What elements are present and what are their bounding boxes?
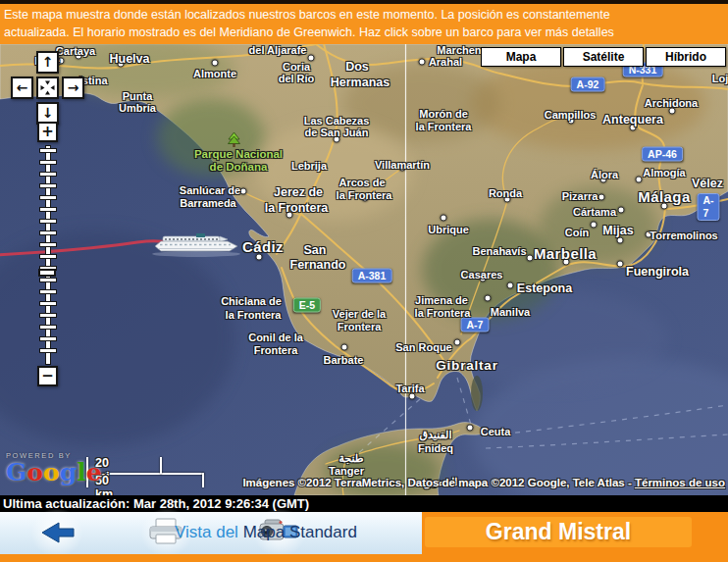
- ship-tracker-app: Este mapa muestra donde están localizado…: [0, 0, 728, 562]
- pan-center-button[interactable]: [36, 77, 59, 99]
- road-badge: A-381: [352, 269, 392, 283]
- map-type-buttons: MapaSatéliteHíbrido: [479, 47, 726, 67]
- city-dot: [527, 255, 534, 262]
- ship-name-panel: Grand Mistral: [422, 512, 728, 554]
- map-type-hbrido[interactable]: Híbrido: [646, 47, 726, 67]
- map-view-label[interactable]: Vista del Mapa Standard: [175, 523, 357, 542]
- city-dot: [591, 222, 598, 229]
- city-dot: [212, 60, 219, 67]
- map-label: Gibraltar: [436, 358, 497, 373]
- google-letter: o: [26, 458, 43, 486]
- map-label: Málaga: [638, 188, 690, 205]
- google-logo[interactable]: POWERED BY Google: [6, 451, 102, 485]
- map-label: Campillos: [545, 109, 597, 121]
- city-dot: [598, 194, 605, 201]
- view-label-dark: Mapa Standard: [238, 523, 357, 541]
- google-letter: g: [60, 458, 77, 486]
- map-label: la Frontera: [337, 189, 392, 201]
- map-type-satlite[interactable]: Satélite: [563, 47, 644, 67]
- ship-marker[interactable]: [150, 233, 242, 262]
- ship-name-badge: Grand Mistral: [425, 517, 692, 547]
- map-canvas[interactable]: CartayaHuelvaLeperistinaPuntaUmbríaAlmon…: [0, 44, 728, 495]
- zoom-tick: [39, 183, 57, 188]
- road-badge: A-7: [461, 318, 490, 332]
- map-label: Archidona: [645, 97, 698, 109]
- map-label: de Doñana: [210, 161, 268, 173]
- bottom-toolbar: Vista del Mapa Standard Grand Mistral: [0, 512, 728, 554]
- info-banner-line2: actualizada. El horario mostrado es del …: [0, 24, 728, 41]
- google-letter: o: [43, 458, 60, 486]
- map-label: Dos: [345, 60, 369, 74]
- map-label: Ceuta: [481, 426, 511, 437]
- map-label: Torremolinos: [650, 230, 717, 241]
- city-dot: [441, 215, 447, 222]
- map-label: Marbella: [534, 245, 597, 262]
- map-label: Punta: [123, 90, 153, 102]
- city-dot: [467, 425, 474, 432]
- last-update-bar: Ultima actualización: Mar 28th, 2012 9:2…: [0, 495, 728, 512]
- map-label: del Aljarafe: [249, 44, 307, 56]
- zoom-tick: [39, 172, 57, 177]
- map-type-mapa[interactable]: Mapa: [481, 47, 561, 67]
- terms-link[interactable]: Términos de uso: [635, 477, 725, 488]
- attribution-text: Imágenes ©2012 TerraMetrics, Datos de ma…: [242, 477, 635, 488]
- map-label: San: [304, 243, 327, 257]
- map-label: Fnideq: [418, 442, 453, 454]
- map-label: del Río: [279, 73, 315, 84]
- map-label: Morón de: [419, 108, 468, 120]
- map-label: Cádiz: [242, 238, 284, 255]
- info-banner-line1: Este mapa muestra donde están localizado…: [0, 4, 728, 24]
- map-label: Hermanas: [331, 76, 390, 89]
- city-dot: [485, 295, 492, 302]
- map-label: Vejer de la: [333, 308, 386, 320]
- map-label: Estepona: [517, 281, 572, 295]
- zoom-tick: [39, 313, 57, 318]
- map-label: Huelva: [110, 52, 150, 66]
- zoom-tick: [39, 289, 57, 294]
- zoom-tick: [39, 148, 57, 153]
- map-label: Las Cabezas: [304, 115, 370, 127]
- zoom-out-button[interactable]: −: [37, 366, 58, 386]
- map-label: Manilva: [491, 306, 530, 318]
- map-label: Umbría: [119, 102, 156, 114]
- zoom-tick: [39, 254, 57, 259]
- map-label: de San Juán: [305, 127, 369, 138]
- map-label: Fernando: [290, 258, 346, 272]
- map-label: Loja: [712, 73, 728, 84]
- map-label: Coín: [565, 227, 589, 238]
- info-banner: Este mapa muestra donde están localizado…: [0, 0, 728, 44]
- map-label: Lebrija: [291, 160, 327, 172]
- pan-right-button[interactable]: →: [62, 77, 84, 99]
- zoom-tick: [39, 301, 57, 306]
- map-label: Arcos de: [338, 177, 385, 188]
- city-dot: [419, 59, 426, 66]
- back-button[interactable]: [39, 521, 77, 549]
- pan-left-button[interactable]: ←: [11, 77, 33, 99]
- road-badge: A-92: [571, 77, 605, 92]
- map-label: Fuengirola: [626, 265, 689, 279]
- zoom-slider-handle[interactable]: [38, 269, 56, 277]
- map-label: Villamartín: [375, 159, 430, 171]
- map-label: Frontera: [338, 321, 382, 332]
- city-dot: [507, 282, 514, 289]
- map-label: la Frontera: [415, 307, 471, 319]
- map-label: la Frontera: [416, 121, 472, 132]
- pan-up-button[interactable]: ↑: [36, 51, 59, 74]
- zoom-in-button[interactable]: +: [37, 122, 58, 142]
- zoom-tick: [39, 278, 57, 282]
- map-label: Sanlúcar de: [180, 184, 240, 196]
- city-dot: [618, 207, 625, 214]
- map-label: la Frontera: [265, 201, 329, 215]
- zoom-tick: [39, 336, 57, 341]
- map-attribution: Imágenes ©2012 TerraMetrics, Datos de ma…: [242, 477, 725, 488]
- back-arrow-icon: [39, 521, 77, 545]
- map-label: Benahavís: [472, 245, 526, 257]
- city-dot: [617, 237, 624, 244]
- zoom-tick: [39, 195, 57, 200]
- map-label: Antequera: [602, 113, 663, 127]
- map-label: Barbate: [324, 354, 364, 366]
- zoom-tick: [39, 242, 57, 247]
- map-label: طنجة: [338, 452, 363, 465]
- bottom-orange-strip: [0, 554, 728, 562]
- map-label: Coria: [283, 61, 310, 73]
